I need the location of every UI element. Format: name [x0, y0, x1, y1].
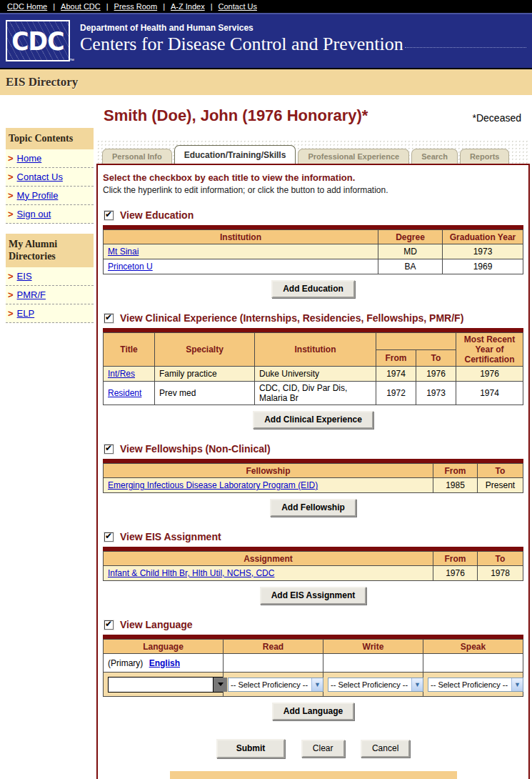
speak-proficiency-select[interactable]: -- Select Proficiency -- ▼ [428, 678, 523, 692]
language-table: Language Read Write Speak (Primary) Engl… [103, 639, 523, 697]
specialty-cell: Family practice [155, 367, 255, 382]
column-header: Fellowship [104, 464, 433, 478]
section-title-fellowships: View Fellowships (Non-Clinical) [120, 443, 271, 455]
top-link-cdc-home[interactable]: CDC Home [7, 2, 47, 11]
new-language-combobox[interactable] [108, 677, 228, 693]
instructions-heading: Select the checkbox by each title to vie… [103, 172, 523, 183]
separator: | [163, 2, 165, 11]
column-header: Speak [423, 640, 523, 654]
instructions-subtext: Click the hyperlink to edit information;… [103, 185, 523, 195]
fellowships-table: Fellowship From To Emerging Infectious D… [103, 463, 523, 493]
tab-personal-info[interactable]: Personal Info [102, 149, 172, 164]
clinical-link-resident[interactable]: Resident [108, 388, 141, 398]
top-link-press-room[interactable]: Press Room [114, 2, 158, 11]
add-education-button[interactable]: Add Education [271, 280, 355, 298]
section-title-education: View Education [120, 209, 194, 221]
chevron-down-icon: ▼ [511, 678, 523, 691]
sidebar-header-topic-contents: Topic Contents [6, 128, 94, 149]
sidebar-link-pmrf[interactable]: PMR/F [17, 289, 46, 300]
column-header: Most Recent Year of Certification [456, 333, 523, 367]
sidebar-gap [6, 224, 94, 234]
top-nav-bar: CDC Home| About CDC| Press Room| A-Z Ind… [0, 0, 532, 13]
top-link-about-cdc[interactable]: About CDC [61, 2, 101, 11]
add-eis-assignment-button[interactable]: Add EIS Assignment [260, 587, 367, 605]
table-header-row: Title Specialty Institution Most Recent … [104, 333, 523, 350]
sidebar: Topic Contents >Home >Contact Us >My Pro… [6, 128, 94, 323]
arrow-icon: > [8, 289, 14, 300]
select-value: -- Select Proficiency -- [331, 680, 408, 689]
sidebar-item-elp[interactable]: >ELP [6, 304, 94, 323]
sidebar-item-sign-out[interactable]: >Sign out [6, 205, 94, 224]
cdc-logo-text: CDC [11, 26, 64, 56]
eis-assignment-link[interactable]: Infant & Child Hlth Br, Hlth Util, NCHS,… [108, 568, 274, 578]
column-header: Institution [255, 333, 376, 367]
table-row: Int/Res Family practice Duke University … [104, 367, 523, 382]
education-table: Institution Degree Graduation Year Mt Si… [103, 229, 523, 274]
view-fellowships-checkbox[interactable] [104, 445, 114, 454]
education-link-mt-sinai[interactable]: Mt Sinai [108, 247, 139, 257]
cdc-header: CDC ™ Department of Health and Human Ser… [0, 13, 532, 69]
add-language-button[interactable]: Add Language [272, 703, 354, 720]
fellowship-link-eid[interactable]: Emerging Infectious Disease Laboratory P… [108, 480, 318, 490]
from-cell: 1972 [376, 382, 416, 405]
sidebar-item-pmrf[interactable]: >PMR/F [6, 286, 94, 304]
clinical-link-int-res[interactable]: Int/Res [108, 369, 135, 379]
sidebar-link-contact-us[interactable]: Contact Us [17, 172, 63, 182]
add-fellowship-button[interactable]: Add Fellowship [270, 499, 356, 517]
sidebar-item-contact-us[interactable]: >Contact Us [6, 168, 94, 187]
department-name: Department of Health and Human Services [80, 23, 403, 33]
sidebar-link-eis[interactable]: EIS [17, 271, 32, 282]
sidebar-item-eis[interactable]: >EIS [6, 267, 94, 286]
select-value: -- Select Proficiency -- [231, 680, 308, 689]
institution-cell: Duke University [255, 367, 376, 382]
top-link-contact-us[interactable]: Contact Us [219, 2, 257, 11]
table-header-row: Language Read Write Speak [104, 640, 523, 654]
eis-assignment-table: Assignment From To Infant & Child Hlth B… [103, 551, 523, 581]
view-education-checkbox[interactable] [104, 211, 114, 220]
empty-cell [323, 654, 423, 673]
education-link-princeton[interactable]: Princeton U [108, 262, 153, 272]
submit-button[interactable]: Submit [216, 739, 286, 758]
column-header: Language [104, 640, 224, 654]
table-row: Resident Prev med CDC, CID, Div Par Dis,… [104, 382, 523, 405]
separator: | [106, 2, 109, 11]
tab-reports[interactable]: Reports [460, 149, 510, 164]
table-row: Infant & Child Hlth Br, Hlth Util, NCHS,… [104, 566, 523, 581]
sidebar-link-elp[interactable]: ELP [17, 308, 35, 319]
table-header-row: Institution Degree Graduation Year [104, 230, 523, 244]
table-header-row: Fellowship From To [104, 464, 523, 478]
chevron-down-icon: ▼ [411, 678, 423, 691]
chevron-down-icon: ▼ [311, 678, 323, 691]
sidebar-item-my-profile[interactable]: >My Profile [6, 187, 94, 205]
sidebar-item-home[interactable]: >Home [6, 149, 94, 168]
from-cell: 1974 [376, 367, 416, 382]
clinical-table: Title Specialty Institution Most Recent … [103, 332, 523, 405]
write-proficiency-select[interactable]: -- Select Proficiency -- ▼ [328, 678, 423, 692]
specialty-cell: Prev med [155, 382, 255, 405]
clear-button[interactable]: Clear [301, 740, 345, 758]
tab-education-training-skills[interactable]: Education/Training/Skills [174, 145, 296, 164]
select-value: -- Select Proficiency -- [431, 680, 508, 689]
tab-professional-experience[interactable]: Professional Experience [298, 149, 409, 164]
view-language-checkbox[interactable] [104, 620, 114, 630]
table-row: Mt Sinai MD 1973 [104, 244, 523, 259]
degree-cell: BA [378, 259, 443, 274]
table-row: -- Select Proficiency -- ▼ -- Select Pro… [104, 673, 523, 697]
top-link-az-index[interactable]: A-Z Index [171, 2, 205, 11]
sidebar-link-sign-out[interactable]: Sign out [17, 209, 51, 219]
cert-cell: 1974 [456, 382, 523, 405]
sidebar-link-my-profile[interactable]: My Profile [17, 190, 59, 201]
view-clinical-experience-checkbox[interactable] [104, 314, 114, 323]
column-header: Write [323, 640, 423, 654]
cancel-button[interactable]: Cancel [361, 740, 410, 758]
sidebar-link-home[interactable]: Home [17, 153, 42, 164]
tab-search[interactable]: Search [411, 149, 458, 164]
add-clinical-experience-button[interactable]: Add Clinical Experience [253, 411, 373, 429]
cdc-logo: CDC ™ [6, 20, 70, 61]
column-header: From [433, 552, 478, 566]
column-header: Assignment [104, 552, 433, 566]
separator: | [211, 2, 213, 11]
view-eis-assignment-checkbox[interactable] [104, 532, 114, 542]
language-link-english[interactable]: English [149, 658, 180, 668]
read-proficiency-select[interactable]: -- Select Proficiency -- ▼ [228, 678, 323, 692]
